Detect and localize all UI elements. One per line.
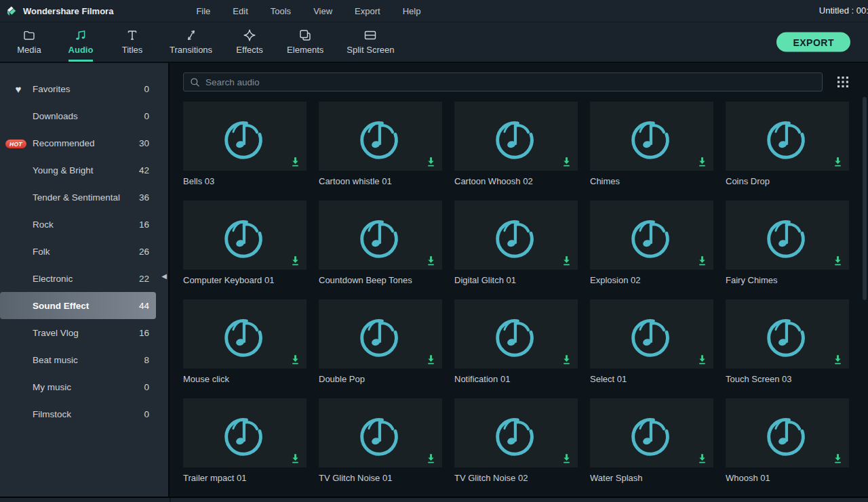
tab-media[interactable]: Media — [14, 24, 45, 60]
audio-card-select-01[interactable] — [590, 299, 713, 369]
search-input[interactable] — [205, 77, 816, 87]
tab-effects[interactable]: Effects — [234, 24, 265, 60]
download-icon[interactable] — [561, 354, 572, 365]
tab-elements[interactable]: Elements — [285, 24, 325, 60]
menu-tools[interactable]: Tools — [271, 6, 291, 16]
audio-card-water-splash[interactable] — [590, 398, 713, 467]
audio-card-cartoon-whistle-01[interactable] — [319, 102, 442, 171]
download-icon[interactable] — [697, 255, 707, 266]
audio-card-fairy-chimes[interactable] — [726, 201, 849, 270]
audio-item-name: Cartoon Whoosh 02 — [454, 176, 578, 186]
export-button[interactable]: EXPORT — [776, 33, 850, 52]
download-icon[interactable] — [697, 453, 707, 464]
audio-card-computer-keyboard-01[interactable] — [183, 201, 307, 270]
search-box[interactable] — [183, 72, 823, 91]
audio-card-tv-glitch-noise-02[interactable] — [454, 398, 578, 467]
tab-audio[interactable]: Audio — [65, 24, 96, 60]
sidebar-item-downloads[interactable]: Downloads0 — [0, 102, 168, 129]
sidebar-item-folk[interactable]: Folk26 — [0, 238, 168, 265]
download-icon[interactable] — [833, 255, 843, 266]
download-icon[interactable] — [426, 453, 436, 464]
audio-item-name: Explosion 02 — [590, 275, 713, 285]
download-icon[interactable] — [833, 156, 843, 167]
audio-card-chimes[interactable] — [590, 102, 713, 171]
grid-view-icon[interactable] — [835, 75, 850, 89]
download-icon[interactable] — [426, 255, 436, 266]
tab-transitions[interactable]: Transitions — [168, 24, 214, 60]
download-icon[interactable] — [561, 453, 572, 464]
download-icon[interactable] — [561, 156, 572, 167]
audio-card-cartoon-whoosh-02[interactable] — [454, 102, 578, 171]
hot-badge: HOT — [5, 138, 23, 149]
audio-card-countdown-beep-tones[interactable] — [319, 201, 442, 270]
category-label: Recommended — [33, 138, 139, 148]
tabbar: MediaAudioTitlesTransitionsEffectsElemen… — [0, 22, 868, 63]
tab-split-screen[interactable]: Split Screen — [345, 24, 395, 60]
audio-card-whoosh-01[interactable] — [726, 398, 849, 467]
download-icon[interactable] — [697, 354, 707, 365]
audio-item-name: Double Pop — [319, 374, 442, 384]
filmora-window: Wondershare Filmora FileEditToolsViewExp… — [0, 0, 868, 502]
download-icon[interactable] — [426, 156, 436, 167]
sidebar-item-rock[interactable]: Rock16 — [0, 211, 168, 238]
download-icon[interactable] — [833, 453, 843, 464]
audio-card-mouse-click[interactable] — [183, 299, 307, 369]
audio-card-double-pop[interactable] — [319, 299, 442, 369]
vertical-scrollbar[interactable] — [863, 97, 867, 300]
sidebar-item-electronic[interactable]: Electronic22 — [0, 265, 168, 292]
sidebar-item-sound-effect[interactable]: Sound Effect44 — [0, 292, 156, 319]
sidebar-item-beat-music[interactable]: Beat music8 — [0, 346, 168, 373]
menu-export[interactable]: Export — [355, 6, 380, 16]
audio-card-explosion-02[interactable] — [590, 201, 713, 270]
audio-card-bells-03[interactable] — [183, 102, 307, 171]
music-note-disc-icon — [218, 108, 271, 164]
music-note-disc-icon — [761, 405, 814, 461]
audio-card-tv-glitch-noise-01[interactable] — [319, 398, 442, 467]
audio-card-coins-drop[interactable] — [726, 102, 849, 171]
download-icon[interactable] — [290, 156, 300, 167]
sidebar-collapse-arrow-icon[interactable]: ◀ — [161, 273, 167, 280]
category-count: 30 — [139, 138, 149, 148]
sidebar-item-recommended[interactable]: HOTRecommended30 — [0, 129, 168, 156]
search-row — [170, 63, 868, 91]
audio-item-name: Notification 01 — [454, 374, 578, 384]
category-count: 0 — [144, 84, 149, 94]
menubar: FileEditToolsViewExportHelp — [196, 6, 420, 16]
audio-card-touch-screen-03[interactable] — [726, 299, 849, 369]
audio-item: Water Splash — [590, 398, 713, 497]
audio-card-digital-glitch-01[interactable] — [454, 201, 578, 270]
tab-strip: MediaAudioTitlesTransitionsEffectsElemen… — [14, 24, 416, 60]
tab-label: Split Screen — [347, 45, 394, 55]
sidebar-item-filmstock[interactable]: Filmstock0 — [0, 400, 168, 427]
category-count: 26 — [139, 247, 149, 257]
music-note-disc-icon — [218, 306, 271, 362]
download-icon[interactable] — [290, 453, 300, 464]
sidebar-item-young-bright[interactable]: Young & Bright42 — [0, 156, 168, 184]
split-screen-icon — [363, 27, 377, 42]
sidebar-item-favorites[interactable]: ♥Favorites0 — [0, 75, 168, 102]
sidebar-item-tender-sentimental[interactable]: Tender & Sentimental36 — [0, 184, 168, 211]
audio-card-trailer-mpact-01[interactable] — [183, 398, 307, 467]
audio-item: Trailer mpact 01 — [183, 398, 307, 497]
menu-file[interactable]: File — [196, 6, 210, 16]
audio-card-notification-01[interactable] — [454, 299, 578, 369]
category-count: 22 — [139, 274, 149, 284]
music-note-disc-icon — [218, 207, 271, 263]
audio-item-name: Computer Keyboard 01 — [183, 275, 307, 285]
tab-titles[interactable]: Titles — [117, 24, 148, 60]
sidebar-item-travel-vlog[interactable]: Travel Vlog16 — [0, 319, 168, 346]
audio-item-name: Trailer mpact 01 — [183, 473, 307, 483]
menu-view[interactable]: View — [313, 6, 332, 16]
download-icon[interactable] — [426, 354, 436, 365]
download-icon[interactable] — [833, 354, 843, 365]
download-icon[interactable] — [290, 255, 300, 266]
sidebar-item-my-music[interactable]: My music0 — [0, 373, 168, 400]
download-icon[interactable] — [697, 156, 707, 167]
menu-edit[interactable]: Edit — [233, 6, 248, 16]
audio-item-name: Countdown Beep Tones — [319, 275, 442, 285]
menu-help[interactable]: Help — [403, 6, 421, 16]
download-icon[interactable] — [290, 354, 300, 365]
audio-item: Cartoon Whoosh 02 — [454, 102, 578, 201]
timeline-panel-edge — [0, 497, 868, 502]
download-icon[interactable] — [561, 255, 572, 266]
